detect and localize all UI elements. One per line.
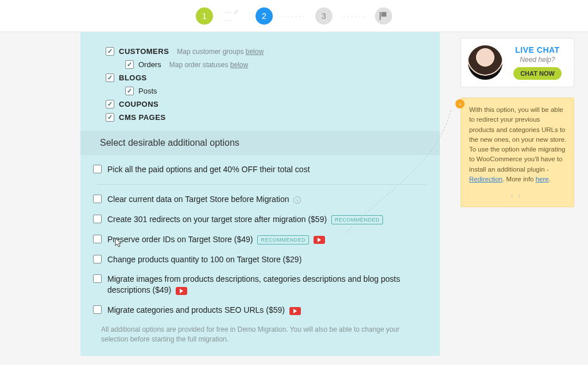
tooltip-box: › With this option, you will be able to … <box>461 98 574 207</box>
chat-now-button[interactable]: CHAT NOW <box>513 67 562 80</box>
tooltip-arrow-icon: › <box>455 99 465 108</box>
flag-icon <box>380 12 388 20</box>
tooltip-text: . More info <box>502 176 536 182</box>
step-1[interactable]: 1 <box>196 7 213 25</box>
label-clear-data: Clear current data on Target Store befor… <box>107 194 431 205</box>
label-coupons: COUPONS <box>119 100 158 108</box>
step-3[interactable]: 3 <box>315 7 332 25</box>
entity-list: CUSTOMERS Map customer groups below Orde… <box>85 47 435 122</box>
stepper: 1 ···· ✓ ···· 2 · · · · · · 3 · · · · · … <box>0 0 588 32</box>
checkbox-301[interactable] <box>93 215 102 223</box>
step-separator: ···· ✓ ···· <box>223 8 245 24</box>
step-finish[interactable] <box>375 7 392 25</box>
sidebar: LIVE CHAT Need help? CHAT NOW › With thi… <box>461 38 574 207</box>
tooltip-next[interactable]: › <box>518 191 525 200</box>
checkbox-coupons[interactable] <box>106 100 114 108</box>
label-posts: Posts <box>138 87 157 95</box>
checkbox-clear-data[interactable] <box>93 195 102 203</box>
chat-title: LIVE CHAT <box>508 45 567 55</box>
option-pick-all[interactable]: Pick all the paid options and get 40% OF… <box>93 164 431 175</box>
label-orders: Orders <box>138 60 161 69</box>
option-text: Create 301 redirects on your target stor… <box>107 215 327 224</box>
checkbox-orders[interactable] <box>125 60 134 69</box>
checkbox-cms[interactable] <box>106 113 114 122</box>
checkbox-customers[interactable] <box>106 47 114 56</box>
entity-cms-pages[interactable]: CMS PAGES <box>106 113 435 122</box>
main-panel: CUSTOMERS Map customer groups below Orde… <box>80 32 440 356</box>
option-text: Clear current data on Target Store befor… <box>107 195 289 204</box>
step-separator: · · · · · · <box>283 8 305 24</box>
step-separator: · · · · · · <box>343 8 365 24</box>
hint-customers: Map customer groups below <box>177 48 264 56</box>
checkbox-qty[interactable] <box>93 255 102 263</box>
hint-text: Map order statuses <box>169 61 230 69</box>
entity-orders[interactable]: Orders Map order statuses below <box>106 60 435 69</box>
divider <box>98 184 426 185</box>
avatar <box>468 45 502 80</box>
label-qty: Change products quantity to 100 on Targe… <box>107 254 431 265</box>
checkbox-seourls[interactable] <box>93 305 102 314</box>
step-2[interactable]: 2 <box>256 7 273 25</box>
youtube-icon[interactable] <box>176 287 187 295</box>
label-pick-all: Pick all the paid options and get 40% OF… <box>107 164 431 175</box>
option-text: Preserve order IDs on Target Store ($49) <box>107 235 253 244</box>
checkbox-posts[interactable] <box>125 87 134 95</box>
chat-subtitle: Need help? <box>508 56 567 64</box>
label-customers: CUSTOMERS <box>119 47 169 56</box>
label-orderids: Preserve order IDs on Target Store ($49)… <box>107 234 431 245</box>
option-migrate-images[interactable]: Migrate images from products description… <box>93 274 431 296</box>
additional-options: Pick all the paid options and get 40% OF… <box>85 164 435 344</box>
redirection-link[interactable]: Redirection <box>469 176 502 182</box>
entity-posts[interactable]: Posts <box>106 87 435 95</box>
map-order-statuses-link[interactable]: below <box>230 61 248 69</box>
label-cms: CMS PAGES <box>119 113 166 122</box>
checkbox-orderids[interactable] <box>93 235 102 243</box>
live-chat-box: LIVE CHAT Need help? CHAT NOW <box>461 38 574 87</box>
cursor-icon <box>115 238 123 248</box>
options-footnote: All additional options are provided for … <box>101 325 425 344</box>
entity-customers[interactable]: CUSTOMERS Map customer groups below <box>106 47 435 56</box>
checkbox-pick-all[interactable] <box>93 165 102 173</box>
tooltip-nav: ‹› <box>469 190 567 202</box>
checkbox-images[interactable] <box>93 274 102 283</box>
label-images: Migrate images from products description… <box>107 274 431 296</box>
checkbox-blogs[interactable] <box>106 73 114 82</box>
tooltip-text: . <box>549 176 551 182</box>
more-info-link[interactable]: here <box>536 176 549 182</box>
option-text: Migrate categories and products SEO URLs… <box>107 305 285 314</box>
option-seo-urls[interactable]: Migrate categories and products SEO URLs… <box>93 305 431 316</box>
option-preserve-order-ids[interactable]: Preserve order IDs on Target Store ($49)… <box>93 234 431 245</box>
option-change-qty[interactable]: Change products quantity to 100 on Targe… <box>93 254 431 265</box>
recommended-badge: RECOMMENDED <box>257 235 309 244</box>
youtube-icon[interactable] <box>289 307 301 315</box>
map-customer-groups-link[interactable]: below <box>246 48 264 56</box>
recommended-badge: RECOMMENDED <box>331 215 383 224</box>
option-301-redirects[interactable]: Create 301 redirects on your target stor… <box>93 214 431 225</box>
info-icon[interactable]: i <box>293 196 301 204</box>
tooltip-text: With this option, you will be able to re… <box>469 106 566 173</box>
hint-orders: Map order statuses below <box>169 61 248 69</box>
youtube-icon[interactable] <box>314 236 325 244</box>
label-301: Create 301 redirects on your target stor… <box>107 214 431 225</box>
option-clear-data[interactable]: Clear current data on Target Store befor… <box>93 194 431 205</box>
entity-blogs[interactable]: BLOGS <box>106 73 435 82</box>
section-additional-options: Select desirable additional options <box>80 131 440 155</box>
hint-text: Map customer groups <box>177 48 245 56</box>
label-blogs: BLOGS <box>119 73 147 82</box>
entity-coupons[interactable]: COUPONS <box>106 100 435 108</box>
option-text: Migrate images from products description… <box>107 274 400 294</box>
chat-info: LIVE CHAT Need help? CHAT NOW <box>508 45 567 80</box>
tooltip-prev[interactable]: ‹ <box>510 191 518 200</box>
label-seourls: Migrate categories and products SEO URLs… <box>107 305 431 316</box>
